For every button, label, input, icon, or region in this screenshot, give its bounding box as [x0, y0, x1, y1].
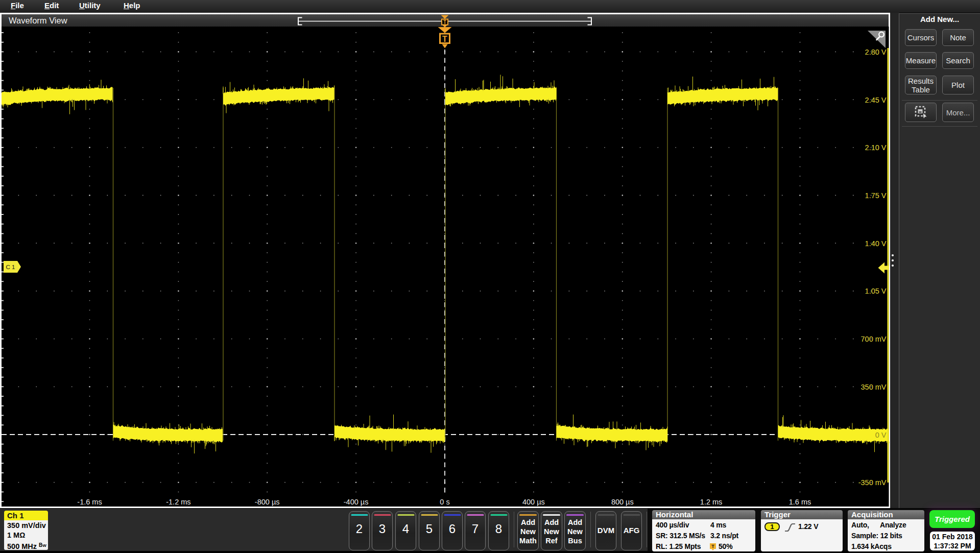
svg-text:0 V: 0 V	[875, 431, 887, 439]
svg-text:800 µs: 800 µs	[611, 498, 634, 506]
svg-text:Waveform View: Waveform View	[9, 16, 67, 25]
svg-text:2.10 V: 2.10 V	[865, 143, 887, 152]
svg-text:2.45 V: 2.45 V	[865, 96, 887, 104]
svg-text:T: T	[442, 35, 447, 43]
svg-text:400 µs: 400 µs	[522, 498, 545, 506]
svg-text:0 s: 0 s	[440, 498, 449, 506]
svg-text:T: T	[443, 19, 446, 25]
svg-text:-1.2 ms: -1.2 ms	[166, 498, 190, 506]
svg-text:-400 µs: -400 µs	[344, 498, 369, 506]
svg-text:T: T	[711, 544, 714, 549]
svg-text:700 mV: 700 mV	[861, 335, 887, 343]
svg-text:1.75 V: 1.75 V	[865, 191, 887, 200]
svg-text:-350 mV: -350 mV	[858, 478, 887, 487]
svg-text:-800 µs: -800 µs	[255, 498, 280, 506]
svg-text:C 1: C 1	[6, 264, 15, 270]
svg-text:2.80 V: 2.80 V	[865, 48, 887, 56]
svg-text:1.2 ms: 1.2 ms	[700, 498, 723, 506]
svg-text:-1.6 ms: -1.6 ms	[77, 498, 102, 506]
svg-text:1.6 ms: 1.6 ms	[789, 498, 811, 506]
svg-text:350 mV: 350 mV	[861, 383, 887, 391]
svg-text:1.05 V: 1.05 V	[865, 287, 887, 295]
svg-text:1.40 V: 1.40 V	[865, 239, 887, 248]
